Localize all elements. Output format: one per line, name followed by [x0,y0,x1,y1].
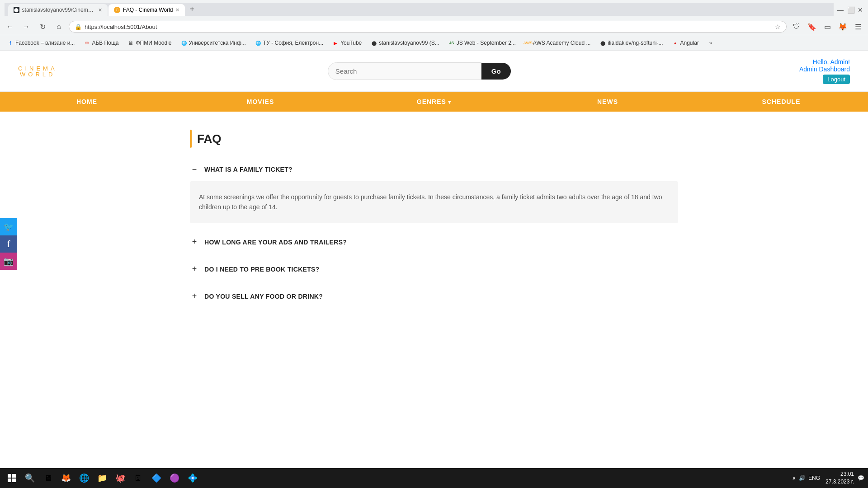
faq-item-1: − WHAT IS A FAMILY TICKET? At some scree… [190,161,678,223]
address-bar[interactable]: 🔒 https://localhost:5001/About ☆ [69,21,787,33]
close-button[interactable]: ✕ [857,6,863,13]
nav-schedule[interactable]: SCHEDULE [694,92,868,112]
bookmark-ilial-label: ilialdakiev/ng-softuni-... [608,40,663,46]
faq-toggle-2: + [190,238,199,247]
aws-bm-icon: AWS [525,40,531,46]
social-sidebar: 🐦 f 📷 [0,218,17,270]
logout-button[interactable]: Logout [823,75,850,84]
bookmark-jsweb-label: JS Web - September 2... [457,40,516,46]
bookmark-uni-label: Университетска Инф... [189,40,246,46]
stanislav-bm-icon: ⬤ [371,40,377,46]
bookmark-stanislav[interactable]: ⬤ stanislavstoyanov99 (S... [367,39,443,47]
main-content: FAQ − WHAT IS A FAMILY TICKET? At some s… [163,112,705,333]
faq-question-1[interactable]: − WHAT IS A FAMILY TICKET? [190,161,678,178]
bookmark-star-button[interactable]: ☆ [775,23,781,30]
menu-button[interactable]: ☰ [852,20,864,33]
page-title: FAQ [197,132,221,146]
faq-question-4[interactable]: + DO YOU SELL ANY FOOD OR DRINK? [190,288,678,305]
faq-favicon: C [114,7,120,13]
bookmark-stanislav-label: stanislavstoyanov99 (S... [379,40,439,46]
facebook-icon: f [7,239,10,249]
bookmark-angular[interactable]: ▲ Angular [669,39,703,47]
bookmark-tu[interactable]: 🌐 ТУ - София, Електрон... [251,39,327,47]
tab-github[interactable]: ⬤ stanislavstoyanov99/CinemaWo... ✕ [8,4,108,16]
faq-question-2[interactable]: + HOW LONG ARE YOUR ADS AND TRAILERS? [190,234,678,250]
faq-answer-text-1: At some screenings we offer the opportun… [199,193,662,211]
refresh-button[interactable]: ↻ [36,20,49,33]
logo-subtext: WORLD [18,71,57,77]
extensions-button[interactable]: 🛡 [790,20,803,33]
nav-news[interactable]: NEWS [521,92,694,112]
bookmark-uni[interactable]: 🌐 Университетска Инф... [177,39,250,47]
page-title-section: FAQ [190,130,678,148]
faq-question-text-2: HOW LONG ARE YOUR ADS AND TRAILERS? [204,239,347,246]
angular-bm-icon: ▲ [672,40,679,46]
faq-question-text-3: DO I NEED TO PRE BOOK TICKETS? [204,266,320,273]
bookmark-jsweb[interactable]: JS JS Web - September 2... [445,39,519,47]
bookmark-aws-label: AWS Academy Cloud ... [533,40,591,46]
jsweb-bm-icon: JS [448,40,455,46]
firefox-icon[interactable]: 🦊 [836,20,849,33]
nav-bar: HOME MOVIES GENRES NEWS SCHEDULE [0,92,868,112]
back-button[interactable]: ← [4,20,16,33]
bookmark-youtube-label: YouTube [340,40,362,46]
bookmark-abv-label: АБВ Поща [92,40,118,46]
faq-question-text-4: DO YOU SELL ANY FOOD OR DRINK? [204,293,323,300]
faq-answer-1: At some screenings we offer the opportun… [190,181,678,223]
containers-button[interactable]: ▭ [821,20,834,33]
twitter-button[interactable]: 🐦 [0,218,17,235]
tab-faq-label: FAQ - Cinema World [123,7,173,13]
bookmarks-more-button[interactable]: » [704,37,717,49]
minimize-button[interactable]: — [837,6,844,13]
moodle-bm-icon: 🏛 [127,40,134,46]
nav-genres[interactable]: GENRES [347,92,521,112]
home-button[interactable]: ⌂ [52,20,65,33]
address-bar-icons: ☆ [775,23,781,30]
greeting-text: Hello, Admin! [799,58,850,66]
security-icon: 🔒 [75,23,82,30]
bookmark-abv[interactable]: ✉ АБВ Поща [80,39,122,47]
search-area: Go [328,62,511,80]
bookmark-moodle-label: ФПМИ Moodle [136,40,171,46]
ilial-bm-icon: ⬤ [599,40,606,46]
bookmark-facebook[interactable]: f Facebook – влизане и... [4,39,78,47]
site-header: CINEMA WORLD Go Hello, Admin! Admin Dash… [0,51,868,92]
search-input[interactable] [328,62,481,80]
faq-item-2: + HOW LONG ARE YOUR ADS AND TRAILERS? [190,234,678,250]
bookmarks-bar: f Facebook – влизане и... ✉ АБВ Поща 🏛 Ф… [0,35,868,51]
bookmark-moodle[interactable]: 🏛 ФПМИ Moodle [124,39,175,47]
twitter-icon: 🐦 [4,222,14,232]
site-logo[interactable]: CINEMA WORLD [18,66,57,77]
faq-item-4: + DO YOU SELL ANY FOOD OR DRINK? [190,288,678,305]
faq-toggle-1: − [190,165,199,174]
restore-button[interactable]: ⬜ [847,6,854,13]
bookmark-ilial[interactable]: ⬤ ilialdakiev/ng-softuni-... [596,39,666,47]
youtube-bm-icon: ▶ [332,40,339,46]
instagram-icon: 📷 [4,256,14,266]
faq-item-3: + DO I NEED TO PRE BOOK TICKETS? [190,261,678,277]
tab-github-close[interactable]: ✕ [98,7,102,13]
url-text: https://localhost:5001/About [85,23,772,30]
instagram-button[interactable]: 📷 [0,253,17,270]
logo-text: CINEMA [18,66,57,71]
title-bar: ⬤ stanislavstoyanov99/CinemaWo... ✕ C FA… [0,0,868,19]
search-button[interactable]: Go [481,63,511,80]
nav-home[interactable]: HOME [0,92,174,112]
bookmark-youtube[interactable]: ▶ YouTube [329,39,365,47]
admin-dashboard-link[interactable]: Admin Dashboard [799,66,850,73]
tab-faq-close[interactable]: ✕ [175,7,179,13]
new-tab-button[interactable]: + [186,3,198,16]
faq-toggle-3: + [190,265,199,274]
nav-movies[interactable]: MOVIES [174,92,347,112]
tu-bm-icon: 🌐 [255,40,261,46]
abv-bm-icon: ✉ [84,40,90,46]
sync-button[interactable]: 🔖 [806,20,818,33]
tab-faq[interactable]: C FAQ - Cinema World ✕ [108,4,185,16]
forward-button[interactable]: → [20,20,33,33]
address-bar-row: ← → ↻ ⌂ 🔒 https://localhost:5001/About ☆… [0,19,868,35]
window-controls: — ⬜ ✕ [837,6,863,13]
facebook-button[interactable]: f [0,235,17,253]
facebook-bm-icon: f [7,40,14,46]
faq-question-3[interactable]: + DO I NEED TO PRE BOOK TICKETS? [190,261,678,277]
bookmark-aws[interactable]: AWS AWS Academy Cloud ... [521,39,594,47]
